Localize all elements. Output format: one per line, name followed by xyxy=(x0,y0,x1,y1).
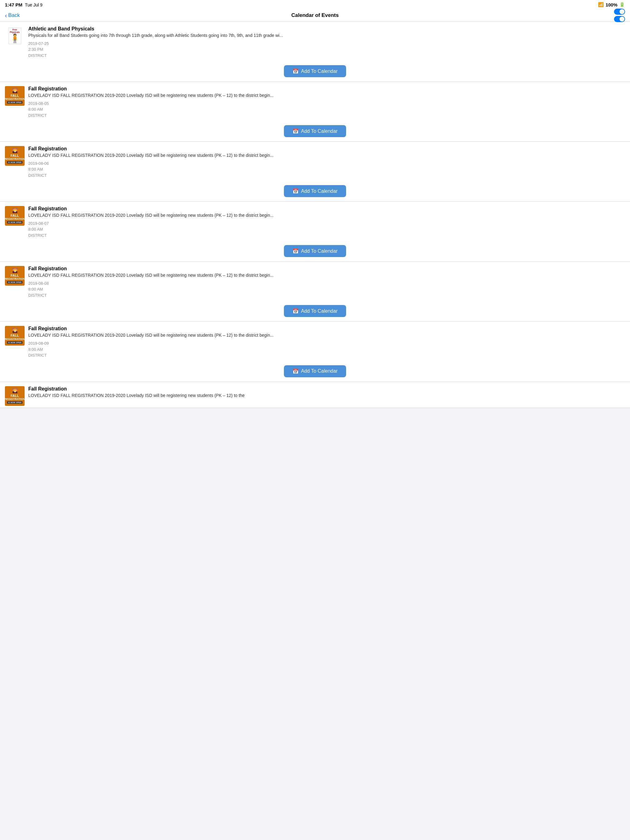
toggle-switches[interactable] xyxy=(614,9,625,22)
event-info: Fall Registration LOVELADY ISD FALL REGI… xyxy=(28,266,625,298)
event-item: 🌄 FALL REGISTRATION IS NOW OPEN Fall Reg… xyxy=(0,322,630,382)
event-description: LOVELADY ISD FALL REGISTRATION 2019-2020… xyxy=(28,332,625,338)
event-thumbnail: 🌄 FALL REGISTRATION IS NOW OPEN xyxy=(5,386,25,406)
nav-bar: ‹ Back Calendar of Events xyxy=(0,9,630,22)
event-title: Fall Registration xyxy=(28,386,625,392)
add-to-calendar-label: Add To Calendar xyxy=(301,248,338,254)
event-time: 8:00 AM xyxy=(28,226,625,232)
event-info: Fall Registration LOVELADY ISD FALL REGI… xyxy=(28,86,625,118)
event-date: 2019-08-06 xyxy=(28,161,625,167)
event-description: LOVELADY ISD FALL REGISTRATION 2019-2020… xyxy=(28,153,625,159)
battery-icon: 🔋 xyxy=(619,2,625,7)
event-location: DISTRICT xyxy=(28,52,625,59)
add-to-calendar-button[interactable]: 📅 Add To Calendar xyxy=(284,185,347,197)
fall-thumbnail: 🌄 FALL REGISTRATION IS NOW OPEN xyxy=(5,206,25,226)
chevron-left-icon: ‹ xyxy=(5,12,7,19)
event-item: FreePhysicals 🧍 Athletic and Band Physic… xyxy=(0,22,630,82)
battery-percentage: 100% xyxy=(606,2,617,7)
event-time: 8:00 AM xyxy=(28,286,625,292)
event-date: 2019-07-25 xyxy=(28,41,625,47)
event-info: Fall Registration LOVELADY ISD FALL REGI… xyxy=(28,386,625,399)
add-to-calendar-label: Add To Calendar xyxy=(301,188,338,194)
back-label: Back xyxy=(8,12,20,19)
event-item-partial: 🌄 FALL REGISTRATION IS NOW OPEN Fall Reg… xyxy=(0,382,630,408)
back-button[interactable]: ‹ Back xyxy=(5,12,20,19)
fall-thumbnail: 🌄 FALL REGISTRATION IS NOW OPEN xyxy=(5,326,25,346)
event-title: Fall Registration xyxy=(28,266,625,272)
event-thumbnail: 🌄 FALL REGISTRATION IS NOW OPEN xyxy=(5,326,25,346)
add-to-calendar-label: Add To Calendar xyxy=(301,368,338,374)
event-info: Athletic and Band Physicals Physicals fo… xyxy=(28,26,625,58)
event-thumbnail: 🌄 FALL REGISTRATION IS NOW OPEN xyxy=(5,266,25,286)
add-to-calendar-label: Add To Calendar xyxy=(301,128,338,134)
add-to-calendar-row: 📅 Add To Calendar xyxy=(0,362,630,382)
event-thumbnail: 🌄 FALL REGISTRATION IS NOW OPEN xyxy=(5,146,25,166)
events-list: FreePhysicals 🧍 Athletic and Band Physic… xyxy=(0,22,630,408)
event-info: Fall Registration LOVELADY ISD FALL REGI… xyxy=(28,206,625,238)
fall-thumbnail: 🌄 FALL REGISTRATION IS NOW OPEN xyxy=(5,386,25,406)
add-to-calendar-button[interactable]: 📅 Add To Calendar xyxy=(284,245,347,257)
fall-thumbnail: 🌄 FALL REGISTRATION IS NOW OPEN xyxy=(5,86,25,106)
physicals-thumbnail: FreePhysicals 🧍 xyxy=(9,28,21,44)
event-location: DISTRICT xyxy=(28,352,625,358)
event-description: LOVELADY ISD FALL REGISTRATION 2019-2020… xyxy=(28,272,625,279)
calendar-icon: 📅 xyxy=(293,248,299,254)
add-to-calendar-button[interactable]: 📅 Add To Calendar xyxy=(284,305,347,317)
event-location: DISTRICT xyxy=(28,292,625,298)
event-time: 8:00 AM xyxy=(28,346,625,353)
event-location: DISTRICT xyxy=(28,232,625,238)
event-date: 2019-08-05 xyxy=(28,101,625,107)
calendar-icon: 📅 xyxy=(293,68,299,74)
calendar-icon: 📅 xyxy=(293,188,299,194)
fall-thumbnail: 🌄 FALL REGISTRATION IS NOW OPEN xyxy=(5,266,25,286)
status-bar: 1:47 PM Tue Jul 9 📶 100% 🔋 xyxy=(0,0,630,9)
event-thumbnail: 🌄 FALL REGISTRATION IS NOW OPEN xyxy=(5,206,25,226)
event-info: Fall Registration LOVELADY ISD FALL REGI… xyxy=(28,326,625,358)
event-title: Fall Registration xyxy=(28,326,625,332)
event-date: 2019-08-07 xyxy=(28,221,625,227)
partial-event-main: 🌄 FALL REGISTRATION IS NOW OPEN Fall Reg… xyxy=(0,382,630,408)
add-to-calendar-button[interactable]: 📅 Add To Calendar xyxy=(284,365,347,377)
add-to-calendar-row: 📅 Add To Calendar xyxy=(0,242,630,261)
calendar-icon: 📅 xyxy=(293,308,299,314)
event-date: 2019-08-09 xyxy=(28,340,625,346)
add-to-calendar-label: Add To Calendar xyxy=(301,308,338,314)
event-description-partial: LOVELADY ISD FALL REGISTRATION 2019-2020… xyxy=(28,393,625,399)
add-to-calendar-button[interactable]: 📅 Add To Calendar xyxy=(284,125,347,137)
event-title: Fall Registration xyxy=(28,146,625,152)
event-item: 🌄 FALL REGISTRATION IS NOW OPEN Fall Reg… xyxy=(0,142,630,202)
event-title: Athletic and Band Physicals xyxy=(28,26,625,32)
event-time: 2:30 PM xyxy=(28,46,625,52)
event-date: 2019-08-08 xyxy=(28,280,625,287)
calendar-icon: 📅 xyxy=(293,128,299,134)
event-time: 8:00 AM xyxy=(28,166,625,172)
add-to-calendar-row: 📅 Add To Calendar xyxy=(0,62,630,82)
add-to-calendar-button[interactable]: 📅 Add To Calendar xyxy=(284,65,347,77)
event-info: Fall Registration LOVELADY ISD FALL REGI… xyxy=(28,146,625,178)
event-item: 🌄 FALL REGISTRATION IS NOW OPEN Fall Reg… xyxy=(0,202,630,262)
add-to-calendar-row: 📅 Add To Calendar xyxy=(0,122,630,141)
event-description: Physicals for all Band Students going in… xyxy=(28,33,625,39)
toggle-switch-1[interactable] xyxy=(614,9,625,15)
toggle-switch-2[interactable] xyxy=(614,16,625,22)
event-item: 🌄 FALL REGISTRATION IS NOW OPEN Fall Reg… xyxy=(0,82,630,142)
add-to-calendar-row: 📅 Add To Calendar xyxy=(0,182,630,201)
add-to-calendar-label: Add To Calendar xyxy=(301,69,338,74)
add-to-calendar-row: 📅 Add To Calendar xyxy=(0,301,630,321)
event-description: LOVELADY ISD FALL REGISTRATION 2019-2020… xyxy=(28,212,625,219)
calendar-icon: 📅 xyxy=(293,368,299,374)
event-thumbnail: 🌄 FALL REGISTRATION IS NOW OPEN xyxy=(5,86,25,106)
event-title: Fall Registration xyxy=(28,206,625,212)
status-time: 1:47 PM Tue Jul 9 xyxy=(5,2,43,7)
status-right: 📶 100% 🔋 xyxy=(598,2,625,7)
event-thumbnail: FreePhysicals 🧍 xyxy=(5,26,25,46)
event-title: Fall Registration xyxy=(28,86,625,92)
event-description: LOVELADY ISD FALL REGISTRATION 2019-2020… xyxy=(28,93,625,99)
event-location: DISTRICT xyxy=(28,112,625,119)
fall-thumbnail: 🌄 FALL REGISTRATION IS NOW OPEN xyxy=(5,146,25,166)
event-item: 🌄 FALL REGISTRATION IS NOW OPEN Fall Reg… xyxy=(0,262,630,322)
event-time: 8:00 AM xyxy=(28,106,625,112)
event-location: DISTRICT xyxy=(28,172,625,178)
wifi-icon: 📶 xyxy=(598,2,604,7)
page-title: Calendar of Events xyxy=(291,12,339,19)
